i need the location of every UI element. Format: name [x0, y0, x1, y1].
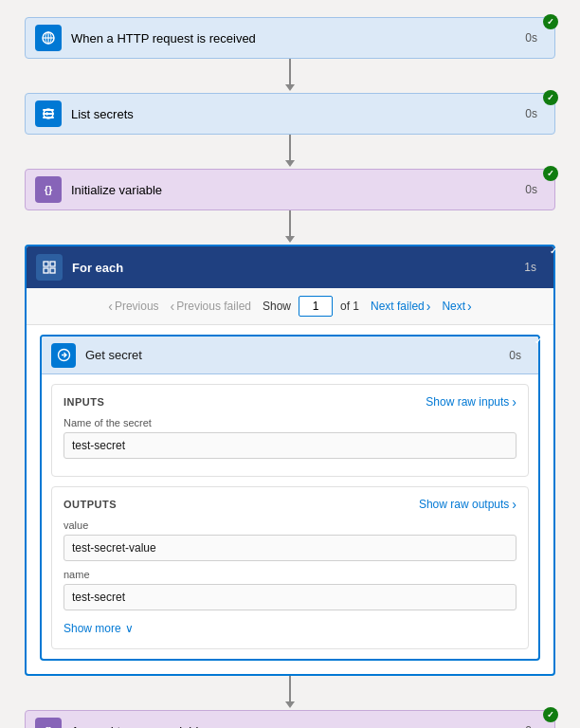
flow-container: When a HTTP request is received 0s List …	[0, 0, 580, 728]
arrow-1	[289, 59, 291, 93]
foreach-inner: Get secret 0s INPUTS Show raw inputs › N	[27, 325, 553, 674]
next-chevron-icon	[467, 299, 472, 314]
arrow-2	[289, 135, 291, 169]
next-label: Next	[442, 300, 465, 313]
output-field-value: value test-secret-value	[63, 519, 517, 561]
inputs-title: INPUTS	[63, 396, 104, 408]
append-icon: {}	[35, 718, 62, 728]
prev-label: Previous	[115, 300, 159, 313]
foreach-icon	[36, 254, 63, 281]
prev-failed-chevron-icon	[171, 299, 175, 314]
step-append-duration: 0s	[525, 724, 537, 728]
step-append-label: Append to array variable	[71, 724, 525, 729]
step-init-duration: 0s	[525, 183, 537, 196]
step-list-secrets[interactable]: List secrets 0s	[25, 93, 555, 135]
output-field-label-0: value	[63, 519, 517, 531]
output-field-value-1: test-secret	[63, 584, 517, 610]
show-raw-inputs-chevron: ›	[512, 394, 517, 410]
get-secret-success	[535, 333, 542, 347]
svg-rect-11	[50, 268, 55, 273]
pagination-bar: Previous Previous failed Show of 1 Next …	[27, 288, 553, 325]
step-http-duration: 0s	[525, 31, 537, 45]
step-list-label: List secrets	[71, 107, 525, 121]
input-field-label-0: Name of the secret	[63, 417, 517, 428]
foreach-header[interactable]: For each 1s	[27, 246, 553, 288]
outputs-section: OUTPUTS Show raw outputs › value test-se…	[51, 486, 529, 649]
show-raw-outputs-label: Show raw outputs	[419, 498, 509, 511]
page-input[interactable]	[299, 296, 333, 317]
svg-rect-8	[44, 262, 48, 266]
list-icon	[35, 100, 62, 127]
prev-failed-label: Previous failed	[176, 300, 251, 313]
prev-failed-button[interactable]: Previous failed	[167, 297, 255, 316]
inputs-section: INPUTS Show raw inputs › Name of the sec…	[51, 384, 529, 477]
input-field-value-0: test-secret	[63, 432, 517, 459]
show-raw-outputs-chevron: ›	[512, 497, 517, 512]
prev-button[interactable]: Previous	[104, 297, 162, 316]
show-raw-inputs-link[interactable]: Show raw inputs ›	[426, 394, 517, 410]
show-label: Show	[263, 300, 291, 313]
show-raw-inputs-label: Show raw inputs	[426, 395, 509, 409]
foreach-duration: 1s	[524, 261, 536, 274]
step-init-label: Initialize variable	[71, 183, 525, 197]
foreach-container: For each 1s Previous Previous failed Sho…	[25, 245, 555, 676]
inputs-header: INPUTS Show raw inputs ›	[63, 394, 517, 410]
show-more-button[interactable]: Show more ∨	[63, 618, 134, 639]
step-init-success	[543, 166, 558, 181]
show-more-label: Show more	[63, 622, 121, 635]
show-more-chevron-icon: ∨	[125, 622, 134, 635]
svg-rect-10	[44, 268, 48, 273]
init-icon: {}	[35, 176, 62, 203]
show-raw-outputs-link[interactable]: Show raw outputs ›	[419, 497, 517, 512]
outputs-header: OUTPUTS Show raw outputs ›	[63, 497, 517, 512]
get-secret-label: Get secret	[85, 348, 509, 362]
foreach-label: For each	[72, 261, 524, 275]
step-http-request[interactable]: When a HTTP request is received 0s	[25, 17, 555, 59]
output-field-label-1: name	[63, 569, 517, 580]
of-text: of 1	[340, 300, 359, 313]
prev-chevron-icon	[108, 299, 113, 314]
next-failed-button[interactable]: Next failed	[367, 297, 434, 316]
input-field-secret-name: Name of the secret test-secret	[63, 417, 517, 459]
svg-rect-9	[50, 262, 55, 266]
step-http-success	[543, 14, 558, 29]
get-secret-block: Get secret 0s INPUTS Show raw inputs › N	[40, 335, 540, 661]
get-secret-duration: 0s	[509, 349, 521, 362]
arrow-4	[289, 676, 291, 710]
get-secret-icon	[51, 343, 76, 368]
output-field-name: name test-secret	[63, 569, 517, 610]
step-append-array[interactable]: {} Append to array variable 0s	[25, 710, 555, 728]
next-button[interactable]: Next	[438, 297, 475, 316]
http-icon	[35, 25, 62, 51]
foreach-success	[550, 243, 557, 257]
output-field-value-0: test-secret-value	[63, 535, 517, 561]
get-secret-header[interactable]: Get secret 0s	[42, 337, 538, 374]
step-list-success	[543, 90, 558, 105]
step-append-success	[543, 707, 558, 722]
step-list-duration: 0s	[525, 107, 537, 120]
next-failed-chevron-icon	[426, 299, 431, 314]
step-init-variable[interactable]: {} Initialize variable 0s	[25, 169, 555, 210]
step-http-label: When a HTTP request is received	[71, 31, 525, 46]
arrow-3	[289, 210, 291, 245]
outputs-title: OUTPUTS	[63, 499, 117, 510]
next-failed-label: Next failed	[371, 300, 425, 313]
